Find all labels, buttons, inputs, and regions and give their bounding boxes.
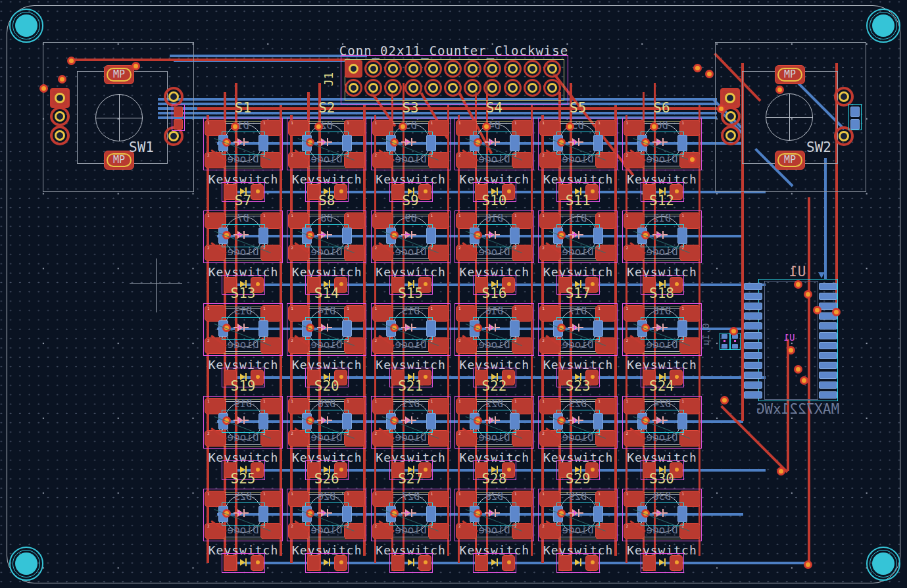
overlay-layer bbox=[0, 0, 907, 588]
origin-v bbox=[156, 258, 157, 312]
pcb-canvas: Conn_02x11_Counter_Clockwise J1 MP MP SW… bbox=[0, 0, 907, 588]
